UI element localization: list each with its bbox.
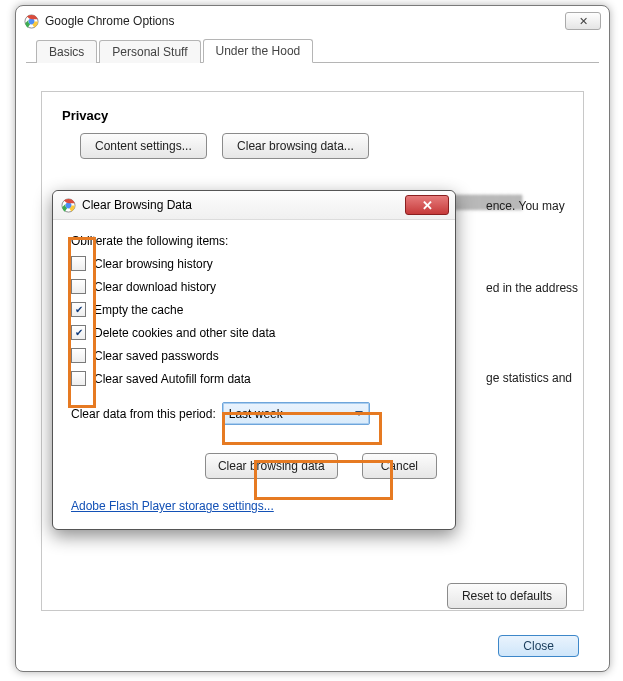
bg-text-frag-1: ence. You may xyxy=(486,199,565,213)
checkbox-label: Empty the cache xyxy=(94,303,183,317)
obliterate-label: Obliterate the following items: xyxy=(71,234,437,248)
chrome-logo-icon xyxy=(61,198,76,213)
tab-under-the-hood[interactable]: Under the Hood xyxy=(203,39,314,63)
options-title: Google Chrome Options xyxy=(45,14,174,28)
chevron-down-icon xyxy=(355,411,363,416)
checkbox-label: Clear browsing history xyxy=(94,257,213,271)
dialog-titlebar: Clear Browsing Data ✕ xyxy=(53,191,455,220)
chrome-logo-icon xyxy=(24,14,39,29)
checkbox-label: Clear download history xyxy=(94,280,216,294)
close-icon: ✕ xyxy=(579,15,588,28)
period-label: Clear data from this period: xyxy=(71,407,216,421)
tab-basics[interactable]: Basics xyxy=(36,40,97,63)
options-titlebar: Google Chrome Options ✕ xyxy=(16,6,609,36)
period-select[interactable]: Last week xyxy=(222,402,370,425)
checkbox-clear-saved-passwords[interactable] xyxy=(71,348,86,363)
clear-browsing-data-dialog: Clear Browsing Data ✕ Obliterate the fol… xyxy=(52,190,456,530)
checkbox-label: Clear saved Autofill form data xyxy=(94,372,251,386)
close-icon: ✕ xyxy=(422,198,433,213)
checkbox-clear-browsing-history[interactable] xyxy=(71,256,86,271)
checkbox-clear-autofill[interactable] xyxy=(71,371,86,386)
privacy-section-title: Privacy xyxy=(62,108,563,123)
checkbox-delete-cookies[interactable] xyxy=(71,325,86,340)
flash-storage-link[interactable]: Adobe Flash Player storage settings... xyxy=(71,499,274,513)
tab-personal-stuff[interactable]: Personal Stuff xyxy=(99,40,200,63)
close-options-button[interactable]: Close xyxy=(498,635,579,657)
checkbox-clear-download-history[interactable] xyxy=(71,279,86,294)
dialog-close-button[interactable]: ✕ xyxy=(405,195,449,215)
reset-to-defaults-button[interactable]: Reset to defaults xyxy=(447,583,567,609)
options-close-button[interactable]: ✕ xyxy=(565,12,601,30)
options-tabs: Basics Personal Stuff Under the Hood xyxy=(26,36,599,63)
dialog-title: Clear Browsing Data xyxy=(82,198,192,212)
clear-browsing-data-button[interactable]: Clear browsing data... xyxy=(222,133,369,159)
bg-text-frag-3: ge statistics and xyxy=(486,371,572,385)
checkbox-empty-cache[interactable] xyxy=(71,302,86,317)
dialog-body: Obliterate the following items: Clear br… xyxy=(53,220,455,529)
bg-text-frag-2: ed in the address xyxy=(486,281,578,295)
clear-browsing-data-confirm-button[interactable]: Clear browsing data xyxy=(205,453,338,479)
checkbox-label: Delete cookies and other site data xyxy=(94,326,275,340)
period-value: Last week xyxy=(229,407,283,421)
content-settings-button[interactable]: Content settings... xyxy=(80,133,207,159)
cancel-button[interactable]: Cancel xyxy=(362,453,437,479)
checkbox-label: Clear saved passwords xyxy=(94,349,219,363)
